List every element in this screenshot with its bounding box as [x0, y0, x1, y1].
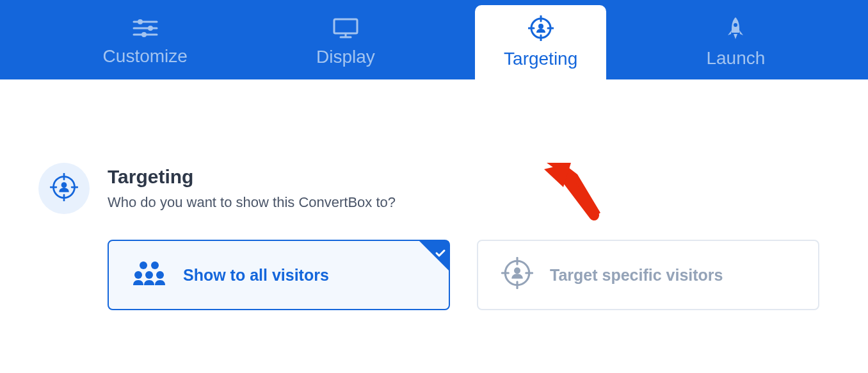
- section-subtitle: Who do you want to show this ConvertBox …: [108, 194, 396, 211]
- top-navigation: Customize Display Targeting: [0, 0, 868, 79]
- svg-rect-6: [334, 19, 357, 33]
- tab-customize[interactable]: Customize: [74, 5, 216, 79]
- option-label: Show to all visitors: [183, 266, 329, 285]
- option-label: Target specific visitors: [550, 266, 723, 285]
- tab-label: Customize: [103, 46, 188, 67]
- svg-point-1: [138, 19, 143, 24]
- monitor-icon: [332, 17, 359, 39]
- tab-label: Targeting: [504, 49, 577, 69]
- tab-label: Launch: [706, 48, 765, 69]
- svg-point-27: [151, 261, 159, 269]
- tab-launch[interactable]: Launch: [677, 5, 794, 79]
- svg-point-36: [514, 267, 520, 274]
- section-icon-container: [38, 163, 90, 214]
- users-group-icon: [132, 260, 166, 290]
- section-header: Targeting Who do you want to show this C…: [38, 163, 830, 214]
- target-icon: [528, 15, 554, 41]
- tab-targeting[interactable]: Targeting: [475, 5, 606, 79]
- svg-point-15: [734, 23, 737, 27]
- tab-label: Display: [316, 47, 375, 67]
- check-icon: [435, 244, 446, 263]
- tab-display[interactable]: Display: [287, 5, 404, 79]
- section-title: Targeting: [108, 166, 396, 188]
- rocket-icon: [724, 16, 747, 40]
- target-icon: [501, 257, 533, 293]
- svg-point-28: [134, 271, 142, 279]
- targeting-options: Show to all visitors Target specific vis…: [38, 240, 830, 310]
- svg-point-5: [141, 32, 147, 37]
- svg-point-14: [538, 24, 543, 29]
- svg-point-29: [145, 271, 153, 279]
- section-text: Targeting Who do you want to show this C…: [108, 166, 396, 211]
- main-content: Targeting Who do you want to show this C…: [0, 79, 868, 310]
- svg-point-25: [61, 182, 67, 188]
- target-icon: [50, 173, 78, 204]
- svg-point-3: [148, 26, 153, 31]
- svg-point-30: [156, 271, 164, 279]
- option-all-visitors[interactable]: Show to all visitors: [108, 240, 450, 310]
- svg-point-26: [140, 261, 147, 269]
- option-specific-visitors[interactable]: Target specific visitors: [477, 240, 819, 310]
- sliders-icon: [131, 18, 159, 38]
